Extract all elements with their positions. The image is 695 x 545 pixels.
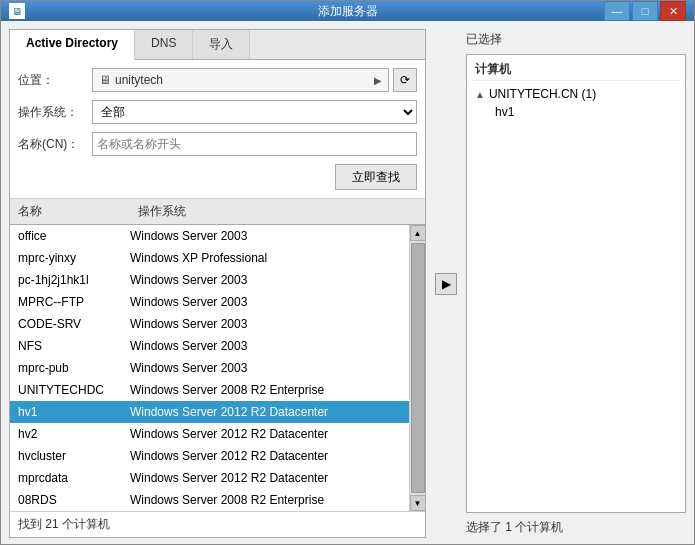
list-cell-os: Windows Server 2003 xyxy=(130,295,401,309)
list-row[interactable]: MPRC--FTP Windows Server 2003 xyxy=(10,291,409,313)
list-cell-name: mprc-yinxy xyxy=(18,251,130,265)
list-cell-os: Windows Server 2003 xyxy=(130,273,401,287)
location-value: unitytech xyxy=(115,73,370,87)
left-panel: Active Directory DNS 导入 位置： 🖥 unitytech … xyxy=(9,29,426,538)
col-header-os: 操作系统 xyxy=(130,203,425,220)
list-cell-os: Windows Server 2012 R2 Datacenter xyxy=(130,405,401,419)
list-cell-name: hv2 xyxy=(18,427,130,441)
tree-header: 计算机 xyxy=(471,59,681,81)
maximize-button[interactable]: □ xyxy=(632,1,658,21)
tree-domain-item[interactable]: ▲ UNITYTECH.CN (1) xyxy=(471,85,681,103)
window-title: 添加服务器 xyxy=(318,3,378,20)
list-row[interactable]: mprcdata Windows Server 2012 R2 Datacent… xyxy=(10,467,409,489)
name-row: 名称(CN)： xyxy=(18,132,417,156)
list-cell-name: hv1 xyxy=(18,405,130,419)
name-input[interactable] xyxy=(92,132,417,156)
tree-expand-icon: ▲ xyxy=(475,89,485,100)
os-label: 操作系统： xyxy=(18,104,88,121)
location-arrow: ▶ xyxy=(374,75,382,86)
os-select[interactable]: 全部 Windows Server 2003 Windows Server 20… xyxy=(92,100,417,124)
list-cell-os: Windows Server 2012 R2 Datacenter xyxy=(130,471,401,485)
location-label: 位置： xyxy=(18,72,88,89)
tab-dns[interactable]: DNS xyxy=(135,30,193,59)
list-cell-name: NFS xyxy=(18,339,130,353)
tree-sub-item[interactable]: hv1 xyxy=(471,103,681,121)
scroll-thumb[interactable] xyxy=(411,243,425,493)
list-row[interactable]: hv1 Windows Server 2012 R2 Datacenter xyxy=(10,401,409,423)
list-row[interactable]: office Windows Server 2003 xyxy=(10,225,409,247)
scrollbar[interactable]: ▲ ▼ xyxy=(409,225,425,511)
scroll-down-button[interactable]: ▼ xyxy=(410,495,426,511)
list-header: 名称 操作系统 xyxy=(10,199,425,225)
search-button[interactable]: 立即查找 xyxy=(335,164,417,190)
location-row: 位置： 🖥 unitytech ▶ ⟳ xyxy=(18,68,417,92)
list-row[interactable]: pc-1hj2j1hk1l Windows Server 2003 xyxy=(10,269,409,291)
list-row[interactable]: mprc-pub Windows Server 2003 xyxy=(10,357,409,379)
list-cell-os: Windows Server 2008 R2 Enterprise xyxy=(130,383,401,397)
transfer-col: ▶ xyxy=(434,29,458,538)
main-layout: Active Directory DNS 导入 位置： 🖥 unitytech … xyxy=(9,29,686,538)
list-cell-os: Windows Server 2012 R2 Datacenter xyxy=(130,427,401,441)
list-cell-name: pc-1hj2j1hk1l xyxy=(18,273,130,287)
main-window: 🖥 添加服务器 — □ ✕ Active Directory DNS 导入 xyxy=(0,0,695,545)
list-content: office Windows Server 2003 mprc-yinxy Wi… xyxy=(10,225,409,511)
list-cell-name: office xyxy=(18,229,130,243)
right-status: 选择了 1 个计算机 xyxy=(466,517,686,538)
found-text: 找到 21 个计算机 xyxy=(10,511,425,537)
list-area: 名称 操作系统 office Windows Server 2003 mprc-… xyxy=(10,198,425,511)
minimize-button[interactable]: — xyxy=(604,1,630,21)
title-bar: 🖥 添加服务器 — □ ✕ xyxy=(1,1,694,21)
right-tree: 计算机 ▲ UNITYTECH.CN (1) hv1 xyxy=(466,54,686,513)
list-cell-os: Windows Server 2008 R2 Enterprise xyxy=(130,493,401,507)
list-cell-os: Windows Server 2012 R2 Datacenter xyxy=(130,449,401,463)
window-icon: 🖥 xyxy=(9,3,25,19)
list-row[interactable]: CODE-SRV Windows Server 2003 xyxy=(10,313,409,335)
list-row[interactable]: hvcluster Windows Server 2012 R2 Datacen… xyxy=(10,445,409,467)
close-button[interactable]: ✕ xyxy=(660,1,686,21)
list-row[interactable]: NFS Windows Server 2003 xyxy=(10,335,409,357)
title-bar-left: 🖥 xyxy=(9,3,25,19)
content-area: Active Directory DNS 导入 位置： 🖥 unitytech … xyxy=(1,21,694,545)
list-row[interactable]: 08RDS Windows Server 2008 R2 Enterprise xyxy=(10,489,409,511)
list-row[interactable]: mprc-yinxy Windows XP Professional xyxy=(10,247,409,269)
list-cell-name: 08RDS xyxy=(18,493,130,507)
transfer-button[interactable]: ▶ xyxy=(435,273,457,295)
scroll-up-button[interactable]: ▲ xyxy=(410,225,426,241)
list-cell-name: UNITYTECHDC xyxy=(18,383,130,397)
list-cell-os: Windows XP Professional xyxy=(130,251,401,265)
col-header-name: 名称 xyxy=(10,203,130,220)
title-bar-controls: — □ ✕ xyxy=(604,1,686,21)
name-label: 名称(CN)： xyxy=(18,136,88,153)
location-box[interactable]: 🖥 unitytech ▶ xyxy=(92,68,389,92)
list-cell-os: Windows Server 2003 xyxy=(130,339,401,353)
list-cell-name: CODE-SRV xyxy=(18,317,130,331)
tab-import[interactable]: 导入 xyxy=(193,30,250,59)
list-cell-name: mprc-pub xyxy=(18,361,130,375)
list-row[interactable]: UNITYTECHDC Windows Server 2008 R2 Enter… xyxy=(10,379,409,401)
list-cell-os: Windows Server 2003 xyxy=(130,361,401,375)
list-cell-name: mprcdata xyxy=(18,471,130,485)
list-cell-name: MPRC--FTP xyxy=(18,295,130,309)
list-cell-name: hvcluster xyxy=(18,449,130,463)
search-btn-row: 立即查找 xyxy=(18,164,417,190)
tab-active-directory[interactable]: Active Directory xyxy=(10,30,135,60)
form-area: 位置： 🖥 unitytech ▶ ⟳ 操作系统： 全部 Win xyxy=(10,60,425,198)
tree-sub-label: hv1 xyxy=(495,105,514,119)
right-header-label: 已选择 xyxy=(466,29,686,50)
tree-domain-label: UNITYTECH.CN (1) xyxy=(489,87,596,101)
list-cell-os: Windows Server 2003 xyxy=(130,229,401,243)
list-row[interactable]: hv2 Windows Server 2012 R2 Datacenter xyxy=(10,423,409,445)
tabs: Active Directory DNS 导入 xyxy=(10,30,425,60)
os-row: 操作系统： 全部 Windows Server 2003 Windows Ser… xyxy=(18,100,417,124)
right-panel: 已选择 计算机 ▲ UNITYTECH.CN (1) hv1 选择了 1 个计算… xyxy=(466,29,686,538)
refresh-button[interactable]: ⟳ xyxy=(393,68,417,92)
list-cell-os: Windows Server 2003 xyxy=(130,317,401,331)
location-folder-icon: 🖥 xyxy=(99,73,111,87)
